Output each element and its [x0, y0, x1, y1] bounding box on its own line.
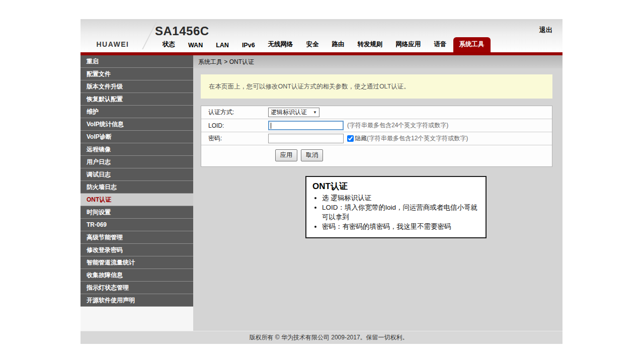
sidebar-item[interactable]: 时间设置 — [80, 206, 193, 219]
brand-name: HUAWEI — [87, 41, 139, 48]
ont-auth-form: 认证方式: 逻辑标识认证 ▼ LOID: — [201, 106, 552, 167]
header: HUAWEI SA1456C 退出 状态WANLANIPv6无线网络安全路由转发… — [80, 19, 562, 52]
annotation-bullet: 密码：有密码的填密码，我这里不需要密码 — [322, 222, 479, 231]
nav-tab[interactable]: 状态 — [156, 38, 182, 52]
sidebar-item[interactable]: 用户日志 — [80, 156, 193, 168]
nav-tab[interactable]: IPv6 — [235, 39, 262, 52]
sidebar-item[interactable]: 智能管道流量统计 — [80, 256, 193, 269]
password-input[interactable] — [268, 134, 344, 143]
sidebar-item[interactable]: 防火墙日志 — [80, 181, 193, 194]
huawei-flower-icon-small — [234, 334, 246, 341]
auth-mode-row: 认证方式: 逻辑标识认证 ▼ — [201, 106, 552, 119]
auth-mode-selected-value: 逻辑标识认证 — [271, 108, 307, 117]
breadcrumb: 系统工具 > ONT认证 — [193, 55, 562, 68]
sidebar-item[interactable]: 修改登录密码 — [80, 244, 193, 256]
sidebar-item[interactable]: 收集故障信息 — [80, 269, 193, 282]
loid-label: LOID: — [201, 122, 268, 129]
huawei-logo: HUAWEI — [87, 21, 139, 48]
annotation-bullet: LOID：填入你宽带的loid，问运营商或者电信小哥就可以拿到 — [322, 203, 479, 222]
sidebar-item[interactable]: 指示灯状态管理 — [80, 282, 193, 294]
page-description-box: 在本页面上，您可以修改ONT认证方式的相关参数，使之通过OLT认证。 — [201, 74, 552, 99]
annotation-note-box: ONT认证 选 逻辑标识认证LOID：填入你宽带的loid，问运营商或者电信小哥… — [305, 176, 487, 238]
footer: 版权所有 © 华为技术有限公司 2009-2017。保留一切权利。 — [80, 331, 562, 344]
password-row: 密码: 隐藏(字符串最多包含12个英文字符或数字) — [201, 132, 552, 145]
copyright-text: 版权所有 © 华为技术有限公司 2009-2017。保留一切权利。 — [249, 333, 408, 342]
sidebar-item[interactable]: 重启 — [80, 55, 193, 68]
sidebar-item[interactable]: 远程镜像 — [80, 143, 193, 156]
logout-button[interactable]: 退出 — [539, 26, 552, 35]
password-hint: (字符串最多包含12个英文字符或数字) — [367, 134, 468, 143]
auth-mode-select[interactable]: 逻辑标识认证 ▼ — [268, 108, 319, 117]
nav-tab[interactable]: WAN — [182, 39, 209, 52]
sidebar-item[interactable]: 版本文件升级 — [80, 80, 193, 93]
nav-tab[interactable]: 无线网络 — [262, 38, 300, 52]
apply-button[interactable]: 应用 — [275, 149, 297, 161]
sidebar-item[interactable]: VoIP统计信息 — [80, 118, 193, 131]
annotation-bullet: 选 逻辑标识认证 — [322, 193, 479, 203]
nav-tab[interactable]: 系统工具 — [453, 37, 491, 52]
router-admin-app: HUAWEI SA1456C 退出 状态WANLANIPv6无线网络安全路由转发… — [80, 19, 562, 344]
page-description-text: 在本页面上，您可以修改ONT认证方式的相关参数，使之通过OLT认证。 — [209, 82, 410, 91]
form-buttons-row: 应用 取消 — [201, 145, 552, 166]
hide-password-label: 隐藏 — [355, 134, 367, 143]
loid-row: LOID: (字符串最多包含24个英文字符或数字) — [201, 119, 552, 132]
sidebar-item[interactable]: 开源软件使用声明 — [80, 294, 193, 307]
nav-tab[interactable]: 转发规则 — [351, 38, 389, 52]
huawei-flower-icon — [96, 21, 130, 41]
loid-input[interactable] — [268, 121, 344, 130]
auth-mode-label: 认证方式: — [201, 108, 268, 117]
annotation-title: ONT认证 — [312, 180, 479, 192]
device-model-title: SA1456C — [155, 24, 209, 38]
sidebar-item[interactable]: 恢复默认配置 — [80, 93, 193, 106]
sidebar-item[interactable]: TR-069 — [80, 219, 193, 231]
password-label: 密码: — [201, 134, 268, 143]
nav-tab[interactable]: 安全 — [300, 38, 326, 52]
cancel-button[interactable]: 取消 — [301, 149, 323, 161]
chevron-down-icon: ▼ — [313, 110, 317, 115]
loid-hint: (字符串最多包含24个英文字符或数字) — [347, 121, 448, 130]
content-area: 系统工具 > ONT认证 在本页面上，您可以修改ONT认证方式的相关参数，使之通… — [193, 55, 562, 331]
main-nav: 状态WANLANIPv6无线网络安全路由转发规则网络应用语音系统工具 — [156, 37, 491, 52]
nav-tab[interactable]: 路由 — [326, 38, 351, 52]
sidebar-item[interactable]: 调试日志 — [80, 168, 193, 181]
sidebar-item[interactable]: VoIP诊断 — [80, 131, 193, 143]
sidebar: 重启配置文件版本文件升级恢复默认配置维护VoIP统计信息VoIP诊断远程镜像用户… — [80, 55, 193, 331]
nav-tab[interactable]: 语音 — [428, 38, 453, 52]
nav-tab[interactable]: LAN — [209, 39, 235, 52]
sidebar-item[interactable]: 配置文件 — [80, 68, 193, 80]
sidebar-item[interactable]: ONT认证 — [80, 194, 193, 206]
sidebar-item[interactable]: 高级节能管理 — [80, 231, 193, 244]
text-caret — [271, 123, 271, 129]
nav-tab[interactable]: 网络应用 — [389, 38, 428, 52]
sidebar-item[interactable]: 维护 — [80, 106, 193, 118]
hide-password-checkbox[interactable] — [347, 135, 354, 142]
annotation-bullet-list: 选 逻辑标识认证LOID：填入你宽带的loid，问运营商或者电信小哥就可以拿到密… — [312, 193, 479, 231]
